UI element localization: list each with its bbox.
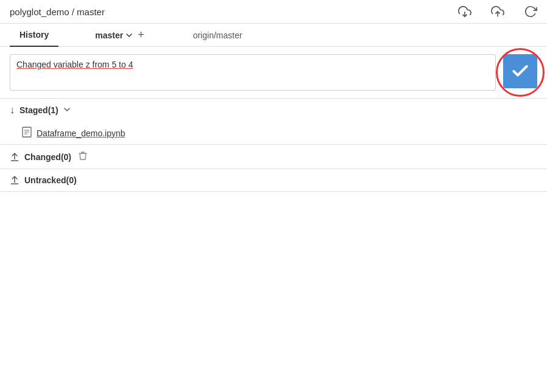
upload-cloud-icon[interactable]	[491, 5, 504, 18]
untracked-icon	[10, 175, 19, 185]
commit-message-input[interactable]: Changed variable z from 5 to 4	[10, 54, 496, 91]
changed-section: Changed(0)	[0, 145, 547, 169]
tab-history[interactable]: History	[10, 24, 58, 47]
list-item: Dataframe_demo.ipynb	[0, 122, 547, 144]
chevron-down-icon	[125, 32, 133, 39]
untracked-section: Untracked(0)	[0, 169, 547, 192]
add-branch-button[interactable]: +	[138, 29, 144, 41]
staged-header[interactable]: ↓ Staged(1)	[0, 99, 547, 122]
top-bar: polyglot_demo / master	[0, 0, 547, 24]
untracked-header[interactable]: Untracked(0)	[0, 169, 547, 191]
repo-title: polyglot_demo / master	[10, 7, 458, 17]
branch-section: master +	[95, 29, 144, 41]
changed-label: Changed(0)	[24, 152, 71, 162]
tab-bar: History master + origin/master	[0, 24, 547, 47]
refresh-icon[interactable]	[524, 5, 537, 18]
untracked-label: Untracked(0)	[24, 175, 77, 185]
commit-area: Changed variable z from 5 to 4	[0, 47, 547, 99]
file-icon	[22, 127, 32, 139]
commit-button[interactable]	[503, 54, 537, 88]
trash-icon[interactable]	[79, 151, 87, 163]
staged-label: Staged(1)	[19, 105, 58, 115]
staged-file-name[interactable]: Dataframe_demo.ipynb	[37, 128, 125, 138]
staged-section: ↓ Staged(1) Dataframe_demo.ipynb	[0, 99, 547, 145]
staged-icon: ↓	[10, 105, 15, 116]
checkmark-icon	[510, 61, 530, 81]
download-cloud-icon[interactable]	[458, 5, 471, 18]
branch-selector[interactable]: master	[95, 30, 133, 40]
top-bar-actions	[458, 5, 537, 18]
chevron-down-icon[interactable]	[63, 105, 71, 115]
changed-header[interactable]: Changed(0)	[0, 145, 547, 169]
origin-label: origin/master	[193, 30, 242, 40]
changed-icon	[10, 152, 19, 162]
commit-message-text: Changed variable z from 5 to 4	[16, 60, 133, 69]
